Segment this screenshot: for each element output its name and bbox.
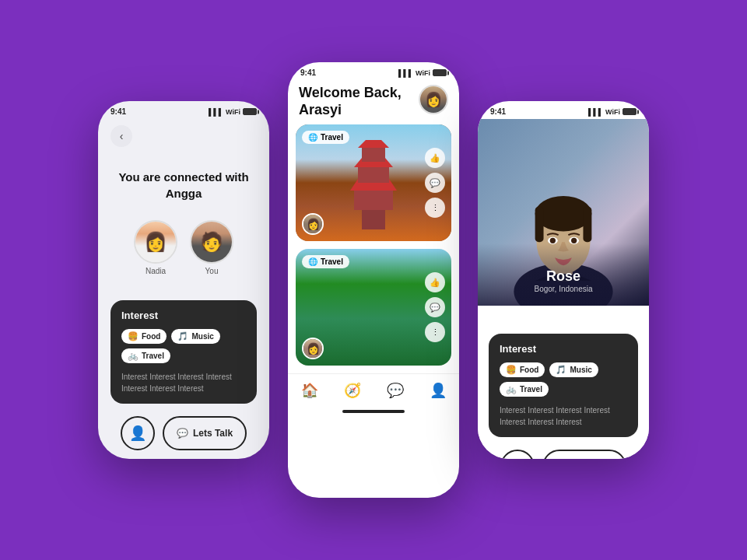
welcome-block: Welcome Back, Arasyi: [299, 85, 402, 118]
food-label-left: Food: [142, 332, 160, 341]
signal-icon: ▌▌▌: [209, 108, 223, 116]
home-indicator: [342, 410, 405, 413]
food-icon-right: 🍔: [506, 365, 517, 375]
header-avatar[interactable]: 👩: [419, 85, 448, 114]
status-icons-right: ▌▌▌ WiFi: [588, 108, 637, 116]
right-phone: 9:41 ▌▌▌ WiFi: [478, 101, 649, 459]
add-friend-icon-right: 👤: [509, 458, 526, 459]
tag-travel-right[interactable]: 🚲 Travel: [500, 382, 549, 397]
feed-tag-label-2: Travel: [321, 257, 343, 266]
travel-icon-right: 🚲: [506, 384, 517, 394]
wifi-icon-c: WiFi: [416, 69, 430, 77]
battery-icon-c: [433, 69, 447, 76]
comment-button-2[interactable]: 💬: [425, 297, 445, 317]
food-icon-left: 🍔: [128, 331, 139, 341]
profile-name-wrap: Rose Bogor, Indonesia: [478, 268, 649, 293]
status-icons-center: ▌▌▌ WiFi: [398, 69, 447, 77]
signal-icon-r: ▌▌▌: [588, 108, 603, 116]
comment-button-1[interactable]: 💬: [425, 173, 445, 193]
feed-tag-1: 🌐 Travel: [302, 131, 349, 144]
feed-tag-icon-1: 🌐: [308, 133, 317, 142]
nadia-label: Nadia: [146, 267, 166, 275]
left-phone: 9:41 ▌▌▌ WiFi ‹ You are connected with A…: [98, 101, 269, 459]
svg-point-16: [571, 238, 577, 243]
action-btns-right: 👤 💬 Lets Talk: [489, 450, 638, 459]
tag-music-left[interactable]: 🎵 Music: [171, 329, 219, 344]
feed-user-img-2: 👩: [303, 339, 322, 358]
status-bar-center: 9:41 ▌▌▌ WiFi: [288, 62, 459, 80]
welcome-greeting: Welcome Back, Arasyi: [299, 85, 402, 118]
svg-rect-1: [354, 191, 393, 210]
feed-user-avatar-1: 👩: [302, 213, 324, 235]
wifi-icon: WiFi: [226, 108, 240, 116]
tag-food-left[interactable]: 🍔 Food: [121, 329, 167, 344]
battery-icon: [243, 108, 257, 115]
chat-icon-left: 💬: [177, 428, 188, 439]
nadia-avatar-circle: 👩: [134, 220, 177, 264]
status-bar-right: 9:41 ▌▌▌ WiFi: [478, 101, 649, 119]
nav-home[interactable]: 🏠: [301, 382, 318, 399]
svg-rect-3: [358, 167, 389, 183]
lets-talk-button-left[interactable]: 💬 Lets Talk: [163, 416, 247, 450]
tag-food-right[interactable]: 🍔 Food: [500, 362, 545, 377]
nav-profile[interactable]: 👤: [430, 382, 447, 399]
interest-tags-left: 🍔 Food 🎵 Music 🚲 Travel: [121, 329, 246, 363]
travel-label-left: Travel: [142, 352, 164, 360]
center-phone: 9:41 ▌▌▌ WiFi Welcome Back, Arasyi 👩: [288, 62, 459, 498]
avatars-row: 👩 Nadia 🧑 You: [134, 220, 233, 275]
avatar-nadia: 👩 Nadia: [134, 220, 177, 275]
tag-music-right[interactable]: 🎵 Music: [549, 362, 598, 377]
connected-heading: You are connected with Angga: [110, 169, 257, 201]
interest-card-right: Interest 🍔 Food 🎵 Music 🚲 Travel Interes…: [489, 334, 638, 437]
status-bar-left: 9:41 ▌▌▌ WiFi: [98, 101, 269, 119]
status-time-left: 9:41: [110, 107, 126, 116]
status-icons-left: ▌▌▌ WiFi: [209, 108, 257, 116]
lets-talk-button-right[interactable]: 💬 Lets Talk: [542, 450, 626, 459]
profile-name: Rose: [478, 268, 649, 285]
interest-title-right: Interest: [500, 343, 627, 355]
svg-point-14: [550, 238, 556, 243]
center-header: Welcome Back, Arasyi 👩: [288, 80, 459, 124]
header-avatar-img: 👩: [420, 86, 447, 113]
battery-icon-r: [622, 108, 637, 115]
interest-card-left: Interest 🍔 Food 🎵 Music 🚲 Travel Interes…: [110, 300, 257, 404]
status-time-right: 9:41: [490, 107, 506, 116]
svg-point-10: [535, 196, 592, 231]
svg-rect-11: [535, 207, 544, 242]
back-button[interactable]: ‹: [110, 125, 132, 147]
you-avatar-circle: 🧑: [190, 220, 233, 264]
like-button-1[interactable]: 👍: [425, 148, 445, 168]
avatar-you: 🧑 You: [190, 220, 233, 275]
travel-icon-left: 🚲: [128, 351, 139, 361]
travel-label-right: Travel: [520, 385, 542, 394]
tag-travel-left[interactable]: 🚲 Travel: [121, 348, 170, 363]
feed-actions-1: 👍 💬 ⋮: [425, 148, 445, 218]
feed-card-1[interactable]: 🌐 Travel 👍 💬 ⋮ 👩: [296, 124, 451, 241]
nav-chat[interactable]: 💬: [387, 382, 404, 399]
music-label-right: Music: [570, 366, 591, 374]
like-button-2[interactable]: 👍: [425, 272, 445, 292]
signal-icon-c: ▌▌▌: [398, 69, 413, 77]
add-friend-button-left[interactable]: 👤: [121, 416, 155, 450]
interest-title-left: Interest: [121, 310, 246, 321]
more-button-2[interactable]: ⋮: [425, 322, 445, 342]
welcome-line1: Welcome Back,: [299, 85, 402, 100]
music-label-left: Music: [191, 332, 213, 341]
profile-photo: Rose Bogor, Indonesia: [478, 119, 649, 306]
more-button-1[interactable]: ⋮: [425, 198, 445, 218]
feed-user-img-1: 👩: [303, 215, 322, 233]
you-label: You: [205, 267, 219, 275]
right-bottom: Interest 🍔 Food 🎵 Music 🚲 Travel Interes…: [478, 306, 649, 459]
svg-rect-12: [583, 207, 591, 242]
feed-actions-2: 👍 💬 ⋮: [425, 272, 445, 342]
feed-tag-2: 🌐 Travel: [302, 255, 349, 268]
bottom-nav: 🏠 🧭 💬 👤: [288, 373, 459, 410]
feed-tag-icon-2: 🌐: [308, 257, 317, 266]
nadia-avatar-img: 👩: [135, 222, 176, 262]
interest-desc-right: Interest Interest Interest Interest Inte…: [500, 404, 627, 428]
nav-explore[interactable]: 🧭: [344, 382, 361, 399]
welcome-name: Arasyi: [299, 102, 342, 117]
add-friend-button-right[interactable]: 👤: [500, 450, 535, 459]
profile-location: Bogor, Indonesia: [478, 285, 649, 293]
feed-card-2[interactable]: 🌐 Travel 👍 💬 ⋮ 👩: [296, 249, 451, 366]
